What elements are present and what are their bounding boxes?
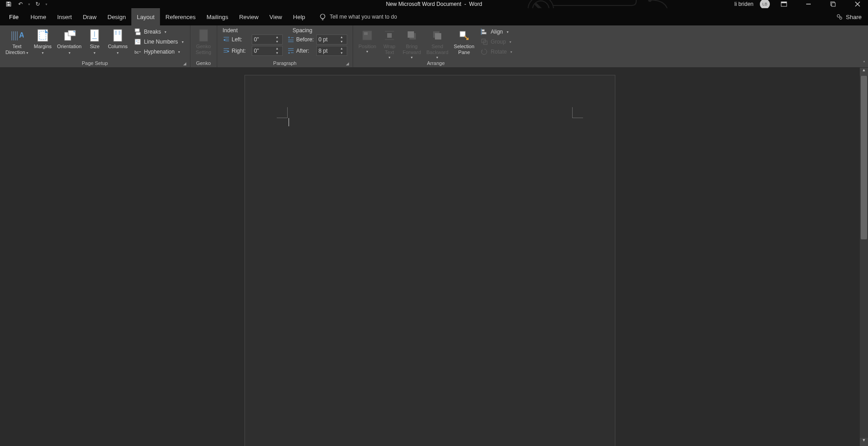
tab-review[interactable]: Review [234,8,264,25]
hyphenation-button[interactable]: bcHyphenation▾ [132,47,185,56]
scroll-thumb[interactable] [861,76,867,239]
user-avatar[interactable]: LB [760,0,770,9]
genko-setting-button: Genko Setting [193,26,214,55]
titlebar-right: li briden LB [734,0,868,9]
line-numbers-icon: 1 [134,38,141,45]
indent-heading: Indent [223,27,282,34]
svg-rect-64 [435,33,441,40]
group-paragraph: Indent Spacing Left: ▲▼ Right: ▲▼ [217,25,353,67]
page[interactable] [244,75,615,446]
vertical-scrollbar[interactable]: ▲ ▼ [860,68,868,446]
tell-me-label: Tell me what you want to do [330,14,397,20]
svg-rect-35 [135,29,140,32]
spacing-after-input[interactable]: ▲▼ [316,46,347,56]
collapse-ribbon-button[interactable]: ˄ [863,60,865,65]
window-title: New Microsoft Word Document - Word [386,1,482,7]
indent-right-icon [223,47,230,55]
indent-right-input[interactable]: ▲▼ [252,46,283,56]
user-name[interactable]: li briden [734,1,753,7]
breaks-icon [134,28,141,35]
svg-rect-57 [364,32,368,35]
margin-corner-tl [277,107,288,118]
group-page-setup: A Text Direction ▾ Margins▾ Orientation▾… [0,25,190,67]
bring-forward-button: Bring Forward▾ [400,26,424,59]
share-label: Share [846,14,862,20]
tab-mailings[interactable]: Mailings [201,8,234,25]
spin-down[interactable]: ▼ [274,40,280,44]
send-backward-button: Send Backward▾ [424,26,451,59]
bring-forward-icon [404,28,419,43]
svg-rect-58 [387,33,392,38]
columns-button[interactable]: Columns▾ [105,26,130,56]
ribbon-display-options[interactable] [773,0,794,8]
selection-pane-button[interactable]: Selection Pane [451,26,477,55]
svg-text:A: A [19,31,24,39]
svg-rect-67 [482,32,486,34]
save-button[interactable] [5,0,13,8]
title-bar: ↶ ▾ ↻ ▾ New Microsoft Word Document - Wo… [0,0,868,8]
align-button[interactable]: Align▾ [479,27,514,36]
rotate-button: Rotate▾ [479,47,514,56]
align-icon [481,28,488,35]
scroll-down-button[interactable]: ▼ [860,438,868,446]
tab-design[interactable]: Design [102,8,131,25]
svg-rect-5 [781,2,787,3]
doc-name: New Microsoft Word Document [386,1,461,7]
svg-rect-43 [200,30,208,41]
indent-left-icon [223,36,230,43]
tab-home[interactable]: Home [25,8,52,25]
scroll-track[interactable] [860,76,868,438]
tab-insert[interactable]: Insert [52,8,78,25]
tab-draw[interactable]: Draw [77,8,102,25]
page-setup-launcher[interactable]: ◢ [183,61,186,66]
qat-customize[interactable]: ▾ [45,2,47,6]
spin-up[interactable]: ▲ [274,35,280,40]
spacing-before-label: Before: [296,36,314,43]
close-button[interactable] [847,0,868,8]
tab-layout[interactable]: Layout [131,8,160,25]
svg-point-15 [840,17,842,20]
wrap-text-button: Wrap Text▾ [379,26,400,59]
group-icon [481,38,488,45]
share-button[interactable]: Share [836,13,862,20]
tab-file[interactable]: File [3,8,25,25]
position-icon [360,28,374,43]
size-button[interactable]: Size▾ [84,26,105,56]
send-backward-icon [430,28,444,43]
qat-sep-1: ▾ [28,2,30,6]
spacing-after-icon [287,47,294,55]
maximize-button[interactable] [823,0,843,8]
line-numbers-button[interactable]: 1Line Numbers▾ [132,37,185,46]
tab-view[interactable]: View [264,8,288,25]
size-icon [87,28,102,43]
tab-help[interactable]: Help [288,8,311,25]
breaks-button[interactable]: Breaks▾ [132,27,185,36]
selection-pane-icon [457,28,471,43]
share-icon [836,13,843,20]
group-genko: Genko Setting Genko [190,25,217,67]
redo-button[interactable]: ↻ [34,0,42,8]
text-direction-button[interactable]: A Text Direction ▾ [3,26,31,56]
orientation-icon [62,28,77,43]
app-name: Word [469,1,482,7]
rotate-icon [481,48,488,55]
minimize-button[interactable] [798,0,819,8]
svg-text:bc: bc [135,50,139,55]
orientation-button[interactable]: Orientation▾ [55,26,85,56]
margins-button[interactable]: Margins▾ [31,26,54,56]
paragraph-launcher[interactable]: ◢ [346,61,349,66]
margins-icon [35,28,50,43]
indent-left-input[interactable]: ▲▼ [252,35,283,45]
spacing-after-label: After: [296,48,314,54]
undo-button[interactable]: ↶ [16,0,25,8]
tell-me-search[interactable]: Tell me what you want to do [319,13,397,20]
ribbon-tabs: File Home Insert Draw Design Layout Refe… [0,8,868,25]
document-area[interactable] [0,68,860,446]
margin-corner-tr [572,107,583,118]
scroll-up-button[interactable]: ▲ [860,68,868,76]
indent-left-label: Left: [232,36,250,43]
spacing-before-input[interactable]: ▲▼ [316,35,347,45]
tab-references[interactable]: References [160,8,201,25]
svg-point-11 [320,14,325,19]
wrap-text-icon [382,28,397,43]
